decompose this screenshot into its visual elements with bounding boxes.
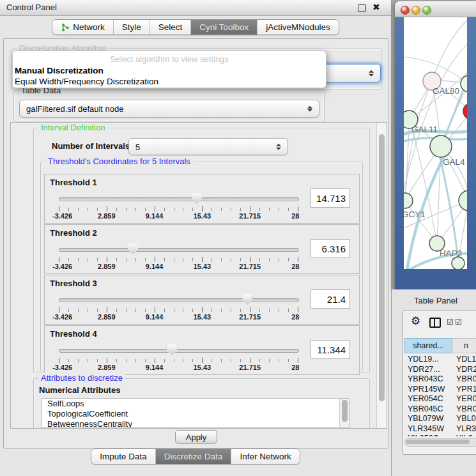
node-bottom[interactable]	[452, 257, 464, 269]
attribute-list-item[interactable]: BetweennessCentrality	[42, 419, 349, 428]
table-row[interactable]: YLR345WYLR3	[404, 424, 476, 434]
gear-icon[interactable]: ⚙	[411, 316, 420, 326]
threshold-slider[interactable]: -3.426 2.859 9.144 15.43 21.715 28	[59, 191, 298, 222]
traffic-light-zoom-icon[interactable]	[422, 6, 431, 15]
tab-item[interactable]: Infer Network	[231, 449, 299, 464]
table-row[interactable]: YPR145WYPR1	[404, 385, 476, 395]
cell-shared-name[interactable]: YPR145W	[404, 385, 454, 394]
tick-label: 2.859	[98, 364, 116, 371]
tick-label: 2.859	[98, 263, 116, 270]
slider-handle-icon[interactable]	[242, 294, 252, 305]
checkbox-icon[interactable]: ☑	[447, 318, 454, 326]
threshold-value-field[interactable]: 11.344	[311, 340, 350, 359]
float-window-icon[interactable]	[358, 4, 366, 12]
cell-shared-name[interactable]: YBR043C	[404, 374, 454, 383]
horizontal-scrollbar[interactable]	[404, 438, 476, 447]
algorithm-dropdown-popup: Select algorithm to view settings Manual…	[12, 50, 326, 88]
scrollbar-thumb[interactable]	[379, 134, 385, 401]
threshold-value-field[interactable]: 14.713	[311, 188, 350, 208]
network-canvas[interactable]: GAL80GCGAL11GAL4GCY1HHAP2	[404, 17, 467, 269]
column-header-shared-name[interactable]: shared...	[404, 338, 452, 353]
tab-item[interactable]: Style	[114, 20, 150, 35]
top-tab-bar: Network Style	[0, 19, 391, 35]
cell-name[interactable]: YDL1	[454, 355, 476, 364]
slider-major-tick	[155, 307, 155, 312]
apply-button[interactable]: Apply	[175, 430, 217, 443]
cell-shared-name[interactable]: YBR045C	[404, 404, 454, 413]
threshold-list: Threshold 1	[44, 174, 360, 376]
tick-label: 21.715	[239, 364, 261, 371]
table-rows: YDL19...YDL1 YDR27...YDR2 YBR043CYBR0 YP…	[404, 355, 476, 436]
table-row[interactable]: YBR043CYBR0	[404, 374, 476, 385]
table-row[interactable]: YDL19...YDL1	[404, 355, 476, 365]
tab-item[interactable]: jActiveMNodules	[257, 20, 339, 35]
slider-track[interactable]	[59, 248, 299, 252]
node-red[interactable]	[463, 103, 467, 119]
cell-name[interactable]: YLR3	[454, 424, 476, 433]
table-data-combo[interactable]: galFiltered.sif default node	[19, 100, 319, 118]
scrollbar-thumb[interactable]	[406, 440, 470, 444]
node-gcy1[interactable]	[404, 193, 413, 208]
slider-handle-icon[interactable]	[167, 344, 177, 355]
slider-major-tick	[298, 206, 298, 211]
attr-items: SelfLoops TopologicalCoefficient Between…	[42, 399, 349, 428]
attribute-list-item[interactable]: TopologicalCoefficient	[42, 409, 349, 419]
table-row[interactable]: YDR27...YDR2	[404, 365, 476, 375]
traffic-light-minimize-icon[interactable]	[411, 6, 420, 15]
slider-handle-icon[interactable]	[128, 243, 138, 254]
table-row[interactable]: YER054CYER0	[404, 394, 476, 404]
list-scrollbar[interactable]	[339, 399, 349, 427]
slider-handle-icon[interactable]	[192, 193, 202, 204]
cell-name[interactable]: YIL0	[454, 434, 473, 436]
close-icon[interactable]: ✖	[372, 2, 380, 12]
tab-label: Infer Network	[240, 452, 291, 461]
cell-name[interactable]: YER0	[454, 394, 476, 403]
slider-major-tick	[202, 257, 203, 262]
cell-name[interactable]: YBR0	[454, 374, 476, 383]
tab-item[interactable]: Cyni Toolbox	[191, 20, 257, 35]
node-gal4[interactable]	[430, 135, 452, 157]
cell-name[interactable]: YDR2	[454, 365, 476, 374]
table-row[interactable]: YIL052CYIL0	[404, 434, 476, 436]
table-row[interactable]: YBR045CYBR0	[404, 404, 476, 415]
threshold-value-field[interactable]: 6.316	[311, 239, 350, 258]
checkbox-icon[interactable]: ☑	[455, 318, 462, 326]
tab-item[interactable]: Select	[150, 20, 192, 35]
traffic-light-close-icon[interactable]	[401, 6, 410, 15]
cell-shared-name[interactable]: YDL19...	[404, 355, 454, 364]
settings-scroll-panel: Interval Definition Number of Intervals …	[10, 122, 387, 429]
slider-major-tick	[107, 358, 107, 363]
slider-track[interactable]	[59, 197, 299, 201]
scrollbar-thumb[interactable]	[342, 400, 348, 422]
slider-track[interactable]	[59, 349, 299, 353]
cell-shared-name[interactable]: YDR27...	[404, 365, 454, 374]
threshold-value-field[interactable]: 21.4	[311, 289, 350, 309]
table-row[interactable]: YBL079WYBL0	[404, 414, 476, 424]
column-header-name[interactable]: n	[452, 338, 476, 353]
num-intervals-combo[interactable]: 5	[128, 138, 288, 155]
threshold-slider[interactable]: -3.426 2.859 9.144 15.43 21.715 28	[59, 342, 298, 373]
tab-item[interactable]: Network	[52, 20, 114, 35]
cell-name[interactable]: YPR1	[454, 385, 476, 394]
cell-shared-name[interactable]: YLR345W	[404, 424, 454, 433]
split-view-icon[interactable]	[429, 318, 441, 328]
group-title: Threshold's Coordinates for 5 Intervals	[45, 157, 193, 166]
attribute-list-item[interactable]: SelfLoops	[42, 399, 349, 409]
slider-track[interactable]	[59, 298, 299, 302]
dropdown-option-equal-width[interactable]: Equal Width/Frequency Discretization	[15, 77, 158, 86]
cell-shared-name[interactable]: YIL052C	[404, 434, 454, 436]
cell-shared-name[interactable]: YBL079W	[404, 414, 454, 423]
dropdown-option-manual-discretization[interactable]: Manual Discretization	[15, 66, 104, 75]
slider-major-tick	[59, 358, 59, 363]
panel-scrollbar[interactable]	[376, 123, 387, 428]
cell-shared-name[interactable]: YER054C	[404, 394, 454, 403]
cell-name[interactable]: YBL0	[454, 414, 476, 423]
node-h[interactable]	[459, 190, 467, 211]
threshold-slider[interactable]: -3.426 2.859 9.144 15.43 21.715 28	[59, 242, 298, 272]
tab-item[interactable]: Impute Data	[91, 449, 156, 464]
tick-label: -3.426	[52, 212, 72, 220]
threshold-slider[interactable]: -3.426 2.859 9.144 15.43 21.715 28	[59, 292, 298, 323]
numerical-attributes-list: SelfLoops TopologicalCoefficient Between…	[42, 398, 349, 428]
tab-item[interactable]: Discretize Data	[156, 449, 232, 464]
cell-name[interactable]: YBR0	[454, 404, 476, 413]
